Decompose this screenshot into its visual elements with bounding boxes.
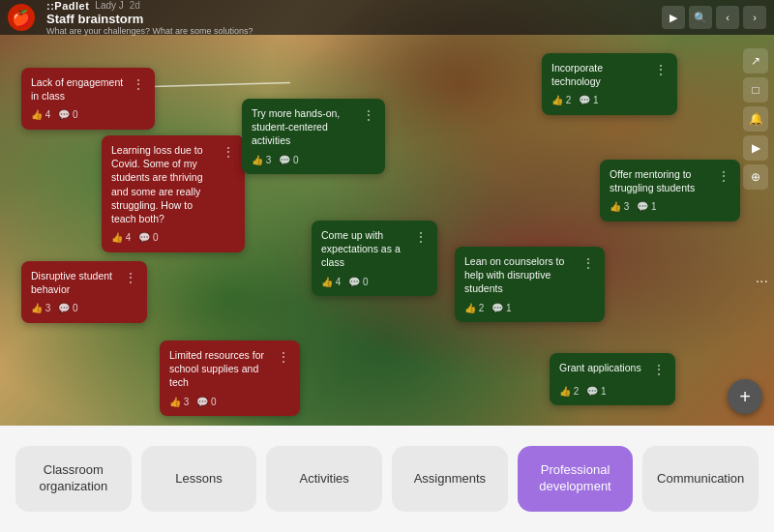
tab-classroom-organization[interactable]: Classroom organization [15,446,132,512]
likes-stat: 👍 4 [111,231,131,245]
card-footer: 👍 3 💬 0 [169,396,290,409]
forward-button[interactable]: › [743,6,766,29]
comments-stat: 💬 1 [579,94,598,107]
board-title: Staff brainstorm [46,12,253,26]
card-lack-of-engagement[interactable]: Lack of engagement in class ⋮ 👍 4 💬 0 [21,68,155,130]
card-footer: 👍 3 💬 0 [252,154,375,167]
settings-icon[interactable]: ⊕ [743,164,768,190]
card-footer: 👍 4 💬 0 [31,108,145,122]
padlet-logo: ::Padlet [46,0,89,12]
card-footer: 👍 4 💬 0 [111,231,235,245]
author-meta: Lady J [95,0,123,11]
comments-stat: 💬 0 [196,396,216,409]
card-incorporate-technology[interactable]: Incorporate technology ⋮ 👍 2 💬 1 [542,53,677,115]
back-button[interactable]: ‹ [716,6,739,29]
topbar-right: ▶ 🔍 ‹ › [662,6,766,29]
card-limited-resources[interactable]: Limited resources for school supplies an… [160,340,300,416]
card-menu-icon[interactable]: ⋮ [414,228,428,247]
card-menu-icon[interactable]: ⋮ [222,143,235,162]
card-footer: 👍 3 💬 1 [610,200,730,214]
card-text: Learning loss due to Covid. Some of my s… [111,143,218,225]
card-offer-mentoring[interactable]: Offer mentoring to struggling students ⋮… [600,160,740,222]
likes-stat: 👍 3 [31,302,50,315]
sidebar-icons: ↗ □ 🔔 ▶ ⊕ [743,48,768,190]
card-footer: 👍 2 💬 1 [464,302,595,315]
comments-stat: 💬 0 [279,154,298,167]
card-menu-icon[interactable]: ⋮ [277,348,290,367]
likes-stat: 👍 4 [321,276,341,289]
card-text: Offer mentoring to struggling students [610,167,713,194]
card-menu-icon[interactable]: ⋮ [362,106,375,125]
canvas-area: 🍎 ::Padlet Lady J 2d Staff brainstorm Wh… [0,0,774,426]
likes-stat: 👍 2 [551,94,571,107]
card-text: Incorporate technology [551,61,650,88]
three-dot-menu[interactable]: ··· [756,273,768,290]
likes-stat: 👍 3 [169,396,189,409]
comments-stat: 💬 1 [586,385,606,399]
likes-stat: 👍 4 [31,108,50,122]
tab-assignments[interactable]: Assignments [392,446,508,512]
play-icon[interactable]: ▶ [743,135,768,161]
add-button[interactable]: + [728,379,762,414]
card-menu-icon[interactable]: ⋮ [652,361,666,379]
card-hands-on-activities[interactable]: Try more hands-on, student-centered acti… [242,99,385,174]
grid-icon[interactable]: □ [743,77,768,103]
card-disruptive-behavior[interactable]: Disruptive student behavior ⋮ 👍 3 💬 0 [21,261,147,323]
card-text: Grant applications [559,361,648,374]
comments-stat: 💬 0 [58,108,77,122]
tab-activities[interactable]: Activities [266,446,382,512]
topbar-left: 🍎 ::Padlet Lady J 2d Staff brainstorm Wh… [8,0,253,36]
card-menu-icon[interactable]: ⋮ [654,61,668,79]
card-footer: 👍 2 💬 1 [559,385,666,399]
card-footer: 👍 3 💬 0 [31,302,137,315]
comments-stat: 💬 0 [348,276,368,289]
notification-icon[interactable]: 🔔 [743,106,768,132]
card-footer: 👍 4 💬 0 [321,276,428,289]
card-footer: 👍 2 💬 1 [551,94,668,107]
card-menu-icon[interactable]: ⋮ [581,254,595,273]
tab-communication[interactable]: Communication [642,446,759,512]
card-text: Disruptive student behavior [31,269,120,296]
time-meta: 2d [130,0,140,11]
bottom-nav: Classroom organization Lessons Activitie… [0,426,774,532]
board-subtitle: What are your challenges? What are some … [46,26,253,36]
likes-stat: 👍 3 [610,200,629,214]
apple-icon: 🍎 [8,4,35,31]
tab-professional-development[interactable]: Professional development [518,446,634,512]
card-text: Lack of engagement in class [31,75,128,103]
share-icon[interactable]: ↗ [743,48,768,74]
search-button[interactable]: 🔍 [689,6,712,29]
card-menu-icon[interactable]: ⋮ [717,167,730,186]
card-text: Come up with expectations as a class [321,228,410,270]
comments-stat: 💬 0 [58,302,77,315]
card-expectations[interactable]: Come up with expectations as a class ⋮ 👍… [312,221,437,296]
card-lean-on-counselors[interactable]: Lean on counselors to help with disrupti… [455,247,605,322]
comments-stat: 💬 1 [491,302,511,315]
comments-stat: 💬 1 [637,200,656,214]
comments-stat: 💬 0 [138,231,158,245]
card-menu-icon[interactable]: ⋮ [124,269,137,287]
tab-lessons[interactable]: Lessons [141,446,257,512]
card-menu-icon[interactable]: ⋮ [132,75,145,94]
likes-stat: 👍 2 [464,302,484,315]
play-button[interactable]: ▶ [662,6,685,29]
topbar: 🍎 ::Padlet Lady J 2d Staff brainstorm Wh… [0,0,774,35]
card-text: Limited resources for school supplies an… [169,348,273,390]
card-grant-applications[interactable]: Grant applications ⋮ 👍 2 💬 1 [550,353,675,405]
card-text: Lean on counselors to help with disrupti… [464,254,578,296]
card-learning-loss[interactable]: Learning loss due to Covid. Some of my s… [102,135,245,252]
card-text: Try more hands-on, student-centered acti… [252,106,358,148]
likes-stat: 👍 2 [559,385,579,399]
likes-stat: 👍 3 [252,154,271,167]
title-section: ::Padlet Lady J 2d Staff brainstorm What… [46,0,253,36]
